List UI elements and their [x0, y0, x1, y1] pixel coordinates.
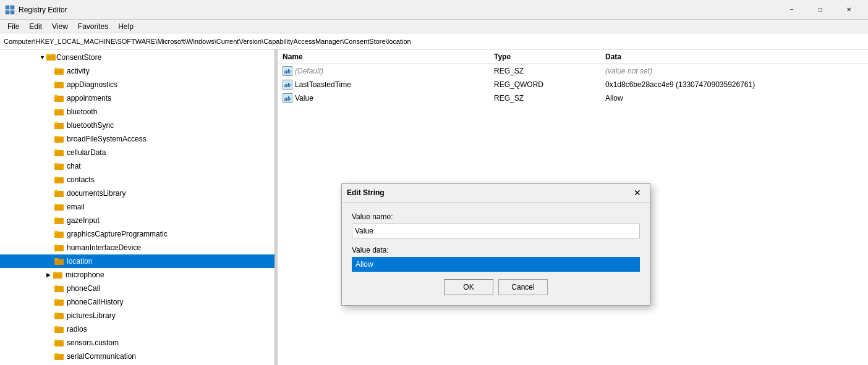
close-button[interactable]: ✕ [835, 0, 863, 20]
folder-icon-appointments [54, 93, 64, 103]
collapse-arrow-icon: ▼ [40, 54, 45, 61]
menu-view[interactable]: View [47, 21, 73, 32]
value-data-label: Value data: [352, 246, 640, 254]
tree-label-sensors-custom: sensors.custom [67, 338, 119, 347]
tree-item-location[interactable]: location [0, 254, 274, 268]
folder-icon-phoneCall [54, 283, 64, 293]
tree-panel[interactable]: ▼ ConsentStore activity appDiagnostics [0, 49, 275, 365]
dialog-close-button[interactable]: ✕ [630, 186, 645, 199]
tree-label-location: location [67, 257, 92, 266]
svg-rect-30 [54, 217, 58, 219]
tree-item-bluetooth[interactable]: bluetooth [0, 105, 274, 119]
reg-type-icon-lasttoastedtime: ab [283, 80, 292, 90]
registry-row-lasttoastedtime[interactable]: ab LastToastedTime REG_QWORD 0x1d8c6be28… [278, 78, 868, 91]
tree-label-bluetoothSync: bluetoothSync [67, 121, 114, 130]
tree-label-bluetooth: bluetooth [67, 107, 97, 116]
tree-item-chat[interactable]: chat [0, 159, 274, 173]
registry-app-icon [5, 5, 15, 15]
svg-rect-10 [54, 82, 58, 83]
reg-type-lasttoastedtime: REG_QWORD [494, 80, 605, 89]
svg-rect-50 [54, 353, 58, 355]
svg-rect-24 [54, 177, 58, 178]
tree-label-email: email [67, 203, 85, 211]
tree-item-microphone[interactable]: ▶ microphone [0, 268, 274, 282]
tree-item-appDiagnostics[interactable]: appDiagnostics [0, 78, 274, 91]
tree-item-cellularData[interactable]: cellularData [0, 146, 274, 159]
folder-icon-phoneCallHistory [54, 297, 64, 307]
reg-data-value: Allow [605, 94, 868, 103]
menu-bar: File Edit View Favorites Help [0, 20, 868, 33]
tree-item-sensors-custom[interactable]: sensors.custom [0, 336, 274, 350]
svg-rect-8 [54, 68, 58, 70]
dialog-cancel-button[interactable]: Cancel [498, 279, 548, 295]
tree-item-graphicsCaptureProgrammatic[interactable]: graphicsCaptureProgrammatic [0, 227, 274, 241]
svg-rect-1 [11, 6, 14, 9]
address-path[interactable]: Computer\HKEY_LOCAL_MACHINE\SOFTWARE\Mic… [4, 38, 411, 45]
tree-item-gazeInput[interactable]: gazeInput [0, 214, 274, 227]
tree-label-radios: radios [67, 325, 87, 334]
tree-label-graphicsCaptureProgrammatic: graphicsCaptureProgrammatic [67, 230, 168, 238]
svg-rect-40 [54, 285, 58, 287]
tree-item-contacts[interactable]: contacts [0, 173, 274, 187]
folder-icon-serialCommunication [54, 351, 64, 361]
folder-icon-documentsLibrary [54, 188, 64, 198]
svg-rect-6 [46, 54, 50, 56]
main-area: ▼ ConsentStore activity appDiagnostics [0, 49, 868, 365]
tree-label-serialCommunication: serialCommunication [67, 352, 136, 361]
svg-rect-0 [6, 6, 9, 9]
col-header-data: Data [605, 52, 868, 61]
svg-rect-2 [6, 10, 9, 14]
svg-rect-22 [54, 163, 58, 165]
menu-file[interactable]: File [2, 21, 24, 32]
registry-column-header: Name Type Data [278, 49, 868, 64]
tree-item-consentstore[interactable]: ▼ ConsentStore [0, 51, 274, 64]
tree-label-broadFileSystemAccess: broadFileSystemAccess [67, 135, 147, 143]
tree-label-appointments: appointments [67, 94, 111, 103]
reg-type-icon-default: ab [283, 66, 292, 76]
registry-row-default[interactable]: ab (Default) REG_SZ (value not set) [278, 64, 868, 78]
menu-help[interactable]: Help [113, 21, 138, 32]
edit-string-dialog: Edit String ✕ Value name: Value data: OK… [341, 183, 650, 306]
tree-label-appDiagnostics: appDiagnostics [67, 80, 117, 89]
svg-rect-36 [54, 258, 58, 260]
tree-label-chat: chat [67, 162, 81, 170]
tree-item-bluetoothSync[interactable]: bluetoothSync [0, 119, 274, 132]
tree-label-microphone: microphone [66, 271, 104, 279]
minimize-button[interactable]: − [778, 0, 806, 20]
menu-edit[interactable]: Edit [24, 21, 47, 32]
dialog-ok-button[interactable]: OK [444, 279, 493, 295]
tree-item-serialCommunication[interactable]: serialCommunication [0, 350, 274, 363]
value-data-input[interactable] [352, 257, 640, 272]
tree-label-picturesLibrary: picturesLibrary [67, 311, 116, 320]
dialog-title-bar: Edit String ✕ [342, 184, 650, 203]
tree-label-activity: activity [67, 67, 90, 75]
registry-row-value[interactable]: ab Value REG_SZ Allow [278, 91, 868, 105]
folder-icon-bluetooth [54, 107, 64, 117]
tree-label-consentstore: ConsentStore [56, 53, 101, 62]
tree-item-appointments[interactable]: appointments [0, 91, 274, 105]
reg-name-lasttoastedtime: ab LastToastedTime [278, 80, 494, 90]
svg-rect-38 [53, 272, 57, 274]
tree-item-humanInterfaceDevice[interactable]: humanInterfaceDevice [0, 241, 274, 254]
reg-data-default: (value not set) [605, 67, 868, 75]
tree-item-phoneCall[interactable]: phoneCall [0, 282, 274, 295]
tree-label-documentsLibrary: documentsLibrary [67, 189, 126, 198]
maximize-button[interactable]: □ [806, 0, 835, 20]
value-name-input[interactable] [352, 224, 640, 238]
menu-favorites[interactable]: Favorites [73, 21, 113, 32]
svg-rect-16 [54, 122, 58, 124]
folder-icon-broadFileSystemAccess [54, 134, 64, 144]
tree-item-documentsLibrary[interactable]: documentsLibrary [0, 187, 274, 200]
tree-label-phoneCallHistory: phoneCallHistory [67, 298, 123, 306]
folder-icon-microphone [53, 270, 63, 280]
tree-item-phoneCallHistory[interactable]: phoneCallHistory [0, 295, 274, 309]
folder-icon-picturesLibrary [54, 311, 64, 321]
svg-rect-20 [54, 149, 58, 151]
tree-item-activity[interactable]: activity [0, 64, 274, 78]
svg-rect-26 [54, 190, 58, 192]
tree-item-picturesLibrary[interactable]: picturesLibrary [0, 309, 274, 322]
tree-item-broadFileSystemAccess[interactable]: broadFileSystemAccess [0, 132, 274, 146]
expand-arrow-microphone-icon: ▶ [45, 272, 52, 278]
tree-item-radios[interactable]: radios [0, 322, 274, 336]
tree-item-email[interactable]: email [0, 200, 274, 214]
